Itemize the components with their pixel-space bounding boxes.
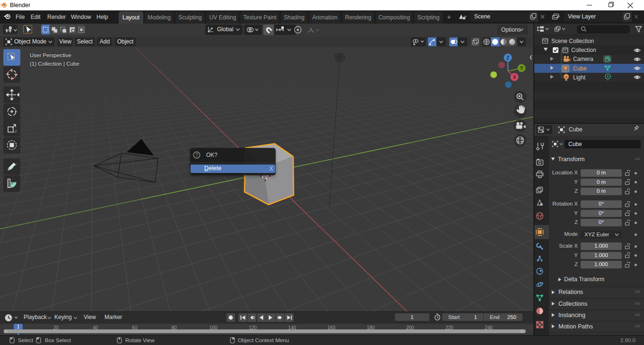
svg-text:Y: Y [520,66,523,71]
svg-text:Z: Z [506,55,509,60]
svg-text:?: ? [195,153,198,158]
svg-text:❮: ❮ [529,55,533,60]
svg-text:X: X [513,75,516,80]
